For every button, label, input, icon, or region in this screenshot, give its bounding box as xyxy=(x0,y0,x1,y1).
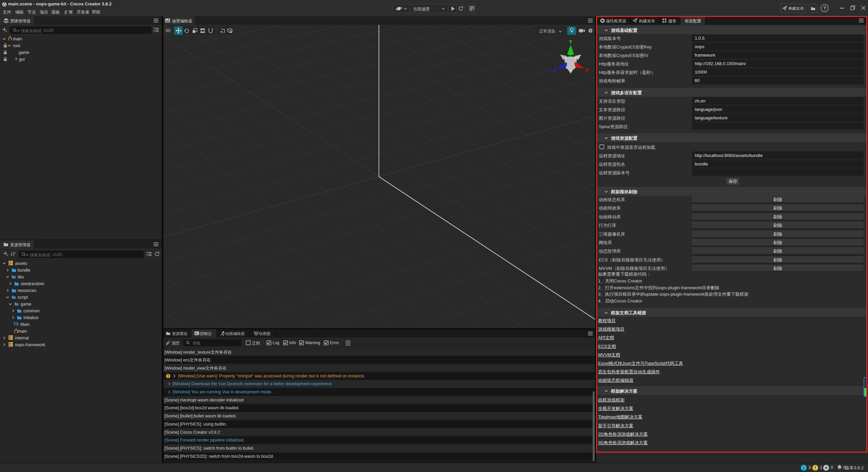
svg-text:Y: Y xyxy=(569,39,572,44)
svg-text:Z: Z xyxy=(553,67,556,73)
svg-text:X: X xyxy=(585,67,589,73)
